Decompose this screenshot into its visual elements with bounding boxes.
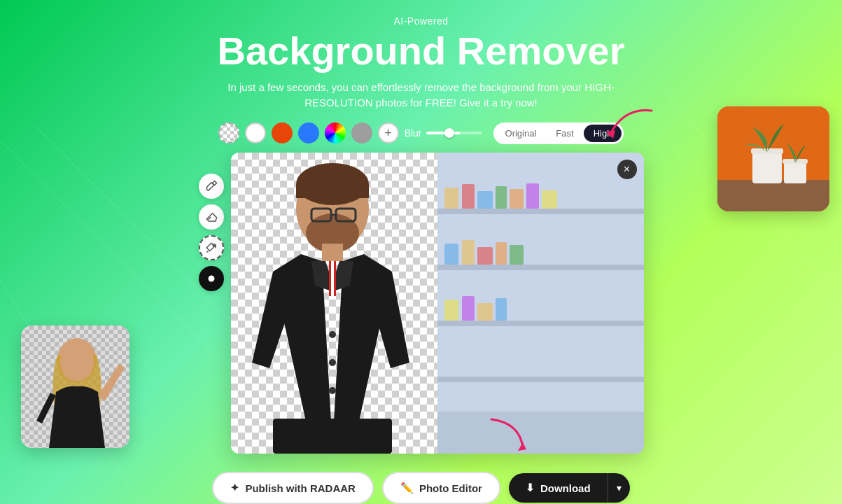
svg-rect-32 <box>296 184 369 198</box>
photo-editor-button[interactable]: ✏️ Photo Editor <box>382 472 500 504</box>
quality-fast-button[interactable]: Fast <box>546 125 583 142</box>
color-gray-button[interactable] <box>351 122 372 144</box>
svg-rect-13 <box>444 188 458 209</box>
svg-point-7 <box>208 275 214 281</box>
header: AI-Powered Background Remover In just a … <box>218 0 625 122</box>
subtitle: In just a few seconds, you can effortles… <box>225 80 617 111</box>
svg-rect-18 <box>526 183 539 209</box>
svg-point-41 <box>329 359 336 366</box>
download-main-button[interactable]: ⬇ Download <box>509 473 608 503</box>
page-wrapper: AI-Powered Background Remover In just a … <box>0 0 842 504</box>
svg-rect-37 <box>322 244 343 261</box>
download-dropdown-button[interactable]: ▾ <box>608 473 630 503</box>
svg-rect-9 <box>437 209 644 214</box>
toolbar: + Blur Original Fast High <box>218 122 624 144</box>
svg-rect-10 <box>437 265 644 270</box>
quality-high-button[interactable]: High <box>584 125 622 142</box>
svg-rect-19 <box>542 190 557 209</box>
svg-rect-11 <box>437 321 644 326</box>
eraser-tool-button[interactable] <box>199 204 224 230</box>
color-rainbow-button[interactable] <box>325 122 346 144</box>
action-buttons: ✦ Publish with RADAAR ✏️ Photo Editor ⬇ … <box>212 472 629 504</box>
svg-rect-25 <box>444 300 458 321</box>
download-icon: ⬇ <box>526 482 535 494</box>
blur-label: Blur <box>405 127 422 139</box>
svg-rect-14 <box>462 184 475 209</box>
color-orange-button[interactable] <box>272 122 293 144</box>
svg-rect-17 <box>510 189 524 209</box>
svg-rect-15 <box>477 191 493 209</box>
svg-rect-20 <box>444 244 458 265</box>
float-card-right <box>717 106 829 211</box>
svg-rect-22 <box>477 247 493 265</box>
download-button-group: ⬇ Download ▾ <box>509 473 630 503</box>
svg-rect-53 <box>752 152 782 183</box>
add-color-button[interactable]: + <box>378 122 399 144</box>
quality-buttons: Original Fast High <box>493 122 624 144</box>
float-card-left <box>21 326 129 448</box>
svg-rect-23 <box>496 242 507 265</box>
svg-rect-16 <box>496 186 507 209</box>
svg-rect-43 <box>273 419 392 454</box>
eyedropper-tool-button[interactable] <box>199 235 224 260</box>
svg-rect-52 <box>717 180 829 211</box>
color-white-button[interactable] <box>245 122 266 144</box>
svg-rect-21 <box>462 240 475 265</box>
chevron-down-icon: ▾ <box>617 482 622 493</box>
svg-point-50 <box>60 342 94 382</box>
svg-point-42 <box>329 387 336 394</box>
blur-control: Blur <box>405 127 482 139</box>
left-tools-panel <box>199 153 231 291</box>
svg-rect-27 <box>477 303 493 321</box>
canvas-close-button[interactable]: × <box>617 160 637 179</box>
svg-rect-55 <box>784 162 806 183</box>
svg-rect-26 <box>462 296 475 321</box>
svg-rect-29 <box>437 412 644 454</box>
main-title: Background Remover <box>218 29 625 73</box>
color-blue-button[interactable] <box>298 122 319 144</box>
canvas-area: × <box>231 153 644 454</box>
svg-rect-28 <box>496 298 507 321</box>
svg-rect-12 <box>437 377 644 382</box>
brush-tool-button[interactable] <box>199 174 224 199</box>
blur-slider[interactable] <box>426 132 482 134</box>
canvas-photo-half <box>437 153 644 454</box>
publish-icon: ✦ <box>230 482 239 494</box>
man-figure <box>231 153 441 454</box>
quality-original-button[interactable]: Original <box>496 125 547 142</box>
svg-point-40 <box>329 331 336 338</box>
photo-editor-icon: ✏️ <box>400 482 414 494</box>
publish-radaar-button[interactable]: ✦ Publish with RADAAR <box>212 472 374 504</box>
svg-rect-39 <box>331 261 334 296</box>
ai-powered-label: AI-Powered <box>218 15 625 27</box>
dot-tool-button[interactable] <box>199 266 224 291</box>
svg-rect-24 <box>510 245 524 265</box>
color-transparent-button[interactable] <box>218 122 239 144</box>
